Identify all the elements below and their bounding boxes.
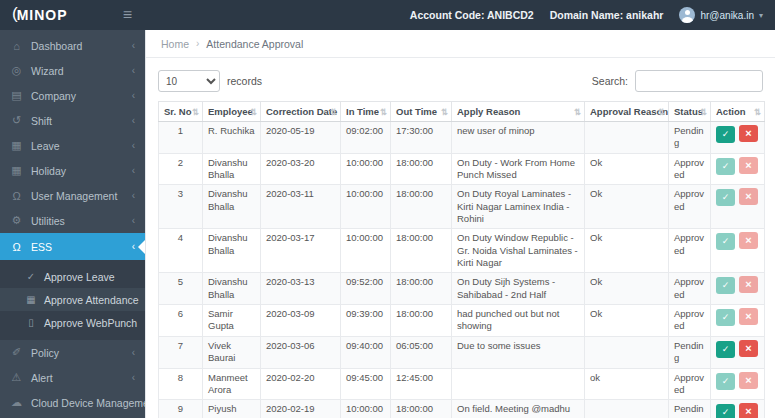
sidebar-item-alert[interactable]: ⚠Alert‹ (0, 365, 145, 390)
column-header-in-time[interactable]: In Time⇅ (341, 102, 391, 122)
user-avatar-icon (679, 7, 695, 23)
cell-correction-date: 2020-03-13 (261, 273, 341, 305)
approve-button[interactable]: ✓ (716, 158, 735, 175)
table-row: 9Piyush Verma2020-02-1910:00:0018:00:00O… (159, 400, 765, 418)
logo-text: MINOP (17, 7, 68, 23)
column-header-out-time[interactable]: Out Time⇅ (391, 102, 452, 122)
column-label: Employee (208, 106, 253, 117)
cell-out-time: 18:00:00 (391, 153, 452, 185)
cell-in-time: 10:00:00 (341, 153, 391, 185)
leave-calendar-icon: ▦ (10, 139, 23, 152)
main-content: Home › Attendance Approval 10 records Se… (145, 30, 775, 418)
approve-button[interactable]: ✓ (716, 277, 735, 294)
records-select[interactable]: 10 (158, 70, 220, 92)
reject-button[interactable]: × (739, 188, 758, 205)
sidebar-item-company[interactable]: ▤Company‹ (0, 83, 145, 108)
column-label: Correction Date (266, 106, 337, 117)
reject-button[interactable]: × (739, 232, 758, 249)
sort-icon: ⇅ (700, 107, 707, 117)
cell-out-time: 18:00:00 (391, 273, 452, 305)
records-per-page: 10 records (158, 70, 262, 92)
column-header-correction-date[interactable]: Correction Date⇅ (261, 102, 341, 122)
cell-apply-reason: On field. Meeting @madhu vihar (452, 400, 585, 418)
cell-approval-reason: Ok (585, 229, 669, 273)
user-menu[interactable]: hr@anika.in ▾ (679, 7, 763, 23)
sidebar-item-user-management[interactable]: ΩUser Management‹ (0, 183, 145, 208)
hamburger-menu-icon[interactable]: ≡ (123, 7, 132, 23)
cell-out-time: 18:00:00 (391, 185, 452, 229)
cell-apply-reason: had punched out but not showing (452, 305, 585, 337)
chevron-left-icon: ‹ (132, 65, 135, 76)
topbar-brand-area: (MINOP ≡ (0, 5, 145, 25)
cell-employee: Divanshu Bhalla (203, 273, 261, 305)
approve-button[interactable]: ✓ (716, 189, 735, 206)
reject-button[interactable]: × (739, 157, 758, 174)
cell-sr-no: 3 (159, 185, 203, 229)
domain-name: Domain Name: anikahr (550, 9, 664, 21)
table-row: 3Divanshu Bhalla2020-03-1110:00:0018:00:… (159, 185, 765, 229)
sidebar-item-wizard[interactable]: ◎Wizard‹ (0, 58, 145, 83)
sidebar-item-holiday[interactable]: ▦Holiday‹ (0, 158, 145, 183)
chevron-down-icon: ▾ (759, 11, 763, 20)
submenu-item-approve-webpunch[interactable]: ▯Approve WebPunch (0, 311, 145, 334)
sidebar-item-label: Holiday (31, 165, 124, 177)
sidebar-item-shift[interactable]: ↺Shift‹ (0, 108, 145, 133)
approve-button[interactable]: ✓ (716, 341, 735, 358)
cell-in-time: 10:00:00 (341, 400, 391, 418)
cell-employee: Vivek Baurai (203, 336, 261, 368)
cell-correction-date: 2020-03-06 (261, 336, 341, 368)
cell-correction-date: 2020-05-19 (261, 122, 341, 154)
reject-button[interactable]: × (739, 403, 758, 418)
cell-status: Approved (669, 273, 711, 305)
reject-button[interactable]: × (739, 308, 758, 325)
sidebar-item-leave[interactable]: ▦Leave‹ (0, 133, 145, 158)
cell-approval-reason (585, 336, 669, 368)
sidebar-item-dashboard[interactable]: ⌂Dashboard‹ (0, 33, 145, 58)
approve-button[interactable]: ✓ (716, 404, 735, 418)
reject-button[interactable]: × (739, 340, 758, 357)
column-header-employee[interactable]: Employee⇅ (203, 102, 261, 122)
sidebar-item-cloud-device-management[interactable]: ☁Cloud Device Management‹ (0, 390, 145, 415)
cell-out-time: 18:00:00 (391, 229, 452, 273)
sidebar-item-label: ESS (31, 241, 124, 253)
cell-in-time: 10:00:00 (341, 185, 391, 229)
approve-button[interactable]: ✓ (716, 309, 735, 326)
column-header-status[interactable]: Status⇅ (669, 102, 711, 122)
cell-correction-date: 2020-03-09 (261, 305, 341, 337)
column-label: Status (674, 106, 703, 117)
search-input[interactable] (635, 70, 763, 92)
cell-correction-date: 2020-03-17 (261, 229, 341, 273)
breadcrumb-home-link[interactable]: Home (161, 38, 189, 50)
sidebar-item-utilities[interactable]: ⚙Utilities‹ (0, 208, 145, 233)
submenu-item-approve-attendance[interactable]: ▦Approve Attendance (0, 288, 145, 311)
sidebar-item-policy[interactable]: ✐Policy‹ (0, 340, 145, 365)
column-header-apply-reason[interactable]: Apply Reason⇅ (452, 102, 585, 122)
approve-button[interactable]: ✓ (716, 233, 735, 250)
cell-sr-no: 7 (159, 336, 203, 368)
column-header-sr-no[interactable]: Sr. No⇅ (159, 102, 203, 122)
approve-button[interactable]: ✓ (716, 126, 735, 143)
holiday-calendar-icon: ▦ (10, 164, 23, 177)
table-row: 7Vivek Baurai2020-03-0609:40:0006:05:00D… (159, 336, 765, 368)
submenu-item-approve-leave[interactable]: ✓Approve Leave (0, 265, 145, 288)
utilities-icon: ⚙ (10, 214, 23, 227)
topbar-info-area: Account Code: ANIBCD2 Domain Name: anika… (145, 7, 775, 23)
reject-button[interactable]: × (739, 125, 758, 142)
reject-button[interactable]: × (739, 372, 758, 389)
cell-out-time: 18:00:00 (391, 400, 452, 418)
sidebar-top-items: ⌂Dashboard‹◎Wizard‹▤Company‹↺Shift‹▦Leav… (0, 33, 145, 233)
app-logo: (MINOP (12, 5, 68, 25)
column-label: Out Time (396, 106, 437, 117)
cell-sr-no: 2 (159, 153, 203, 185)
column-header-approval-reason[interactable]: Approval Reason⇅ (585, 102, 669, 122)
approve-button[interactable]: ✓ (716, 373, 735, 390)
cell-action: ✓× (711, 400, 765, 418)
sidebar-item-ess[interactable]: Ω ESS ‹ (0, 233, 145, 260)
column-header-action[interactable]: Action⇅ (711, 102, 765, 122)
cell-sr-no: 5 (159, 273, 203, 305)
cell-approval-reason: Ok (585, 305, 669, 337)
reject-button[interactable]: × (739, 276, 758, 293)
table-body: 1R. Ruchika2020-05-1909:02:0017:30:00new… (159, 122, 765, 418)
attendance-panel: 10 records Search: Sr. No⇅Employee⇅Corre… (146, 58, 775, 418)
breadcrumb-separator: › (196, 38, 199, 49)
